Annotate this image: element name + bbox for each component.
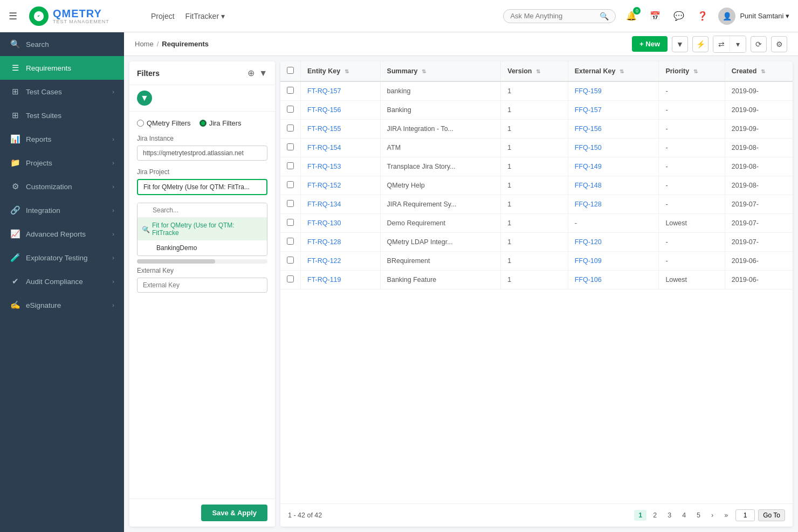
save-apply-button[interactable]: Save & Apply bbox=[201, 505, 267, 521]
external-key-link[interactable]: FFQ-149 bbox=[575, 163, 602, 170]
help-button[interactable]: ❓ bbox=[694, 8, 711, 24]
goto-button[interactable]: Go To bbox=[758, 509, 785, 521]
col-entity-key[interactable]: Entity Key ⇅ bbox=[301, 61, 381, 81]
sidebar-item-customization[interactable]: ⚙ Customization › bbox=[0, 175, 124, 198]
entity-key-link[interactable]: FT-RQ-130 bbox=[307, 219, 341, 227]
row-summary: Transplace Jira Story... bbox=[380, 157, 501, 176]
add-filter-button[interactable]: ⊕ bbox=[247, 68, 254, 78]
lightning-button[interactable]: ⚡ bbox=[692, 36, 708, 52]
sidebar-item-search[interactable]: 🔍 Search bbox=[0, 32, 124, 56]
sidebar-label-integration: Integration bbox=[26, 206, 107, 215]
pagination-range: 1 - 42 of 42 bbox=[288, 512, 322, 519]
qmetry-filter-option[interactable]: QMetry Filters bbox=[137, 119, 191, 127]
col-external-key[interactable]: External Key ⇅ bbox=[568, 61, 659, 81]
page-4[interactable]: 4 bbox=[678, 510, 690, 521]
sidebar-item-reports[interactable]: 📊 Reports › bbox=[0, 127, 124, 151]
external-key-link[interactable]: FFQ-148 bbox=[575, 182, 602, 189]
customization-icon: ⚙ bbox=[10, 182, 20, 191]
jira-filter-radio[interactable] bbox=[200, 120, 207, 127]
new-button[interactable]: + New bbox=[632, 36, 668, 52]
table-scroll[interactable]: Entity Key ⇅ Summary ⇅ Version bbox=[280, 61, 793, 503]
search-box[interactable]: 🔍 bbox=[503, 9, 616, 23]
row-select-checkbox[interactable] bbox=[287, 125, 294, 132]
entity-key-link[interactable]: FT-RQ-156 bbox=[307, 106, 341, 114]
external-key-link[interactable]: FFQ-106 bbox=[575, 276, 602, 284]
calendar-button[interactable]: 📅 bbox=[647, 8, 663, 24]
sidebar-item-integration[interactable]: 🔗 Integration › bbox=[0, 198, 124, 222]
col-summary[interactable]: Summary ⇅ bbox=[380, 61, 501, 81]
jira-instance-input[interactable] bbox=[137, 146, 267, 161]
chat-button[interactable]: 💬 bbox=[671, 8, 687, 24]
sidebar-item-test-suites[interactable]: ⊞ Test Suites bbox=[0, 103, 124, 127]
sidebar-item-projects[interactable]: 📁 Projects › bbox=[0, 151, 124, 175]
row-priority: - bbox=[659, 176, 725, 195]
breadcrumb-home[interactable]: Home bbox=[135, 40, 154, 48]
external-key-link[interactable]: FFQ-156 bbox=[575, 125, 602, 133]
sidebar-item-esignature[interactable]: ✍ eSignature › bbox=[0, 293, 124, 317]
external-key-link[interactable]: FFQ-159 bbox=[575, 87, 602, 95]
external-key-link[interactable]: FFQ-157 bbox=[575, 106, 602, 114]
jira-project-input[interactable] bbox=[137, 179, 267, 195]
entity-key-link[interactable]: FT-RQ-152 bbox=[307, 182, 341, 189]
dropdown-scrollbar[interactable] bbox=[137, 259, 267, 264]
shuffle-dropdown[interactable]: ▾ bbox=[730, 36, 746, 52]
page-2[interactable]: 2 bbox=[649, 510, 661, 521]
row-select-checkbox[interactable] bbox=[287, 162, 294, 169]
dropdown-item-bankingdemo[interactable]: BankingDemo bbox=[137, 240, 267, 255]
nav-project[interactable]: Project bbox=[151, 12, 175, 20]
row-select-checkbox[interactable] bbox=[287, 143, 294, 150]
shuffle-icon-button[interactable]: ⇄ bbox=[713, 36, 730, 52]
row-select-checkbox[interactable] bbox=[287, 257, 294, 264]
entity-key-link[interactable]: FT-RQ-157 bbox=[307, 87, 341, 95]
external-key-link[interactable]: FFQ-150 bbox=[575, 144, 602, 151]
sidebar-item-test-cases[interactable]: ⊞ Test Cases › bbox=[0, 80, 124, 103]
jira-filter-option[interactable]: Jira Filters bbox=[200, 119, 242, 127]
row-select-checkbox[interactable] bbox=[287, 106, 294, 113]
row-select-checkbox[interactable] bbox=[287, 219, 294, 226]
refresh-button[interactable]: ⟳ bbox=[751, 36, 767, 52]
row-select-checkbox[interactable] bbox=[287, 238, 294, 245]
page-last[interactable]: » bbox=[720, 510, 732, 521]
goto-page-input[interactable] bbox=[735, 509, 755, 521]
entity-key-link[interactable]: FT-RQ-153 bbox=[307, 163, 341, 170]
row-select-checkbox[interactable] bbox=[287, 200, 294, 207]
external-key-link[interactable]: FFQ-128 bbox=[575, 201, 602, 208]
select-all-checkbox[interactable] bbox=[287, 67, 294, 74]
external-key-link[interactable]: FFQ-120 bbox=[575, 238, 602, 246]
hamburger-icon[interactable]: ☰ bbox=[9, 10, 17, 22]
col-created[interactable]: Created ⇅ bbox=[725, 61, 793, 81]
row-select-checkbox[interactable] bbox=[287, 87, 294, 94]
row-select-checkbox[interactable] bbox=[287, 275, 294, 282]
external-key-input[interactable] bbox=[137, 278, 267, 293]
notifications-button[interactable]: 🔔 0 bbox=[623, 8, 639, 24]
settings-button[interactable]: ⚙ bbox=[771, 36, 787, 52]
sidebar-item-audit-compliance[interactable]: ✔ Audit Compliance › bbox=[0, 270, 124, 293]
filter-options-button[interactable]: ▼ bbox=[259, 68, 267, 78]
row-select-checkbox[interactable] bbox=[287, 181, 294, 188]
filter-toolbar-button[interactable]: ▼ bbox=[672, 36, 688, 52]
col-priority[interactable]: Priority ⇅ bbox=[659, 61, 725, 81]
page-3[interactable]: 3 bbox=[663, 510, 676, 521]
nav-fittracker[interactable]: FitTracker ▾ bbox=[185, 12, 225, 20]
page-next[interactable]: › bbox=[707, 510, 718, 521]
sidebar-item-advanced-reports[interactable]: 📈 Advanced Reports › bbox=[0, 222, 124, 246]
col-version[interactable]: Version ⇅ bbox=[501, 61, 568, 81]
external-key-link[interactable]: FFQ-109 bbox=[575, 257, 602, 265]
qmetry-filter-radio[interactable] bbox=[137, 120, 144, 127]
sidebar-item-exploratory-testing[interactable]: 🧪 Exploratory Testing › bbox=[0, 246, 124, 270]
dropdown-item-fittracker[interactable]: ✓ Fit for QMetry (Use for QTM: FitTracke bbox=[137, 218, 267, 240]
entity-key-link[interactable]: FT-RQ-154 bbox=[307, 144, 341, 151]
entity-key-link[interactable]: FT-RQ-128 bbox=[307, 238, 341, 246]
project-search-input[interactable] bbox=[137, 203, 267, 217]
sidebar-item-requirements[interactable]: ☰ Requirements bbox=[0, 56, 124, 80]
entity-key-link[interactable]: FT-RQ-119 bbox=[307, 276, 341, 284]
entity-key-link[interactable]: FT-RQ-122 bbox=[307, 257, 341, 265]
page-5[interactable]: 5 bbox=[692, 510, 705, 521]
active-filter-indicator[interactable]: ▼ bbox=[137, 91, 152, 106]
entity-key-link[interactable]: FT-RQ-134 bbox=[307, 201, 341, 208]
user-menu[interactable]: 👤 Punit Samtani ▾ bbox=[718, 8, 789, 25]
table-header-row: Entity Key ⇅ Summary ⇅ Version bbox=[280, 61, 793, 81]
search-input[interactable] bbox=[510, 12, 596, 20]
page-1[interactable]: 1 bbox=[634, 510, 646, 521]
entity-key-link[interactable]: FT-RQ-155 bbox=[307, 125, 341, 133]
